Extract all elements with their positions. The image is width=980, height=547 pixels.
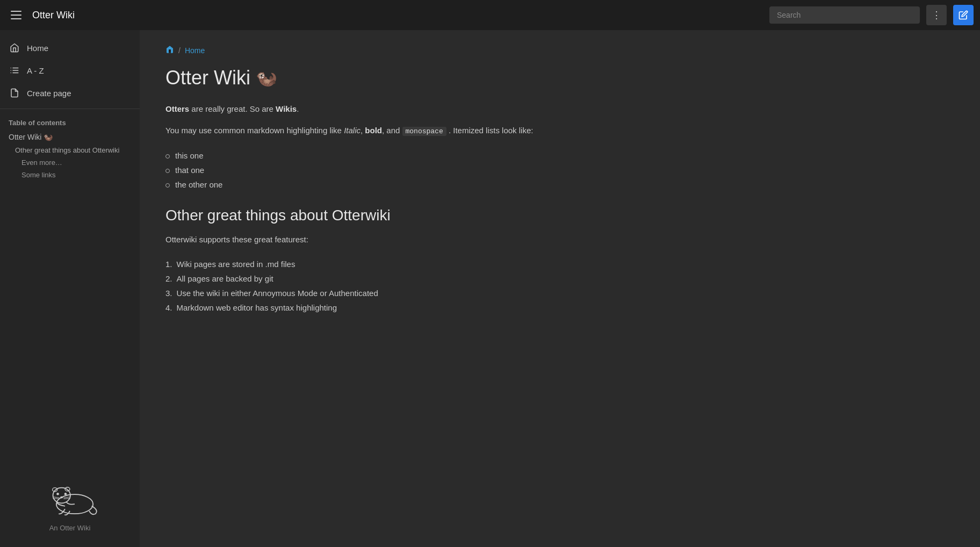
bold-example: bold	[365, 126, 382, 135]
otter-logo	[38, 471, 102, 520]
breadcrumb-home-icon[interactable]	[165, 45, 174, 56]
list-item: Markdown web editor has syntax highlight…	[165, 300, 954, 315]
toc-heading: Table of contents	[0, 113, 140, 130]
svg-line-13	[53, 497, 60, 498]
sidebar-create-label: Create page	[27, 89, 71, 98]
list-icon	[9, 64, 20, 76]
bold-otters: Otters	[165, 104, 189, 113]
toc-item-otter-wiki[interactable]: Otter Wiki 🦦	[0, 130, 140, 144]
list-item: the other one	[165, 177, 954, 192]
sidebar-home-label: Home	[27, 44, 48, 53]
bold-wikis: Wikis	[276, 104, 297, 113]
list-item: Use the wiki in either Annoymous Mode or…	[165, 286, 954, 300]
page-title: Otter Wiki 🦦	[165, 67, 954, 89]
bullet-circle-icon	[165, 183, 170, 188]
toc-item-other-great[interactable]: Other great things about Otterwiki	[0, 144, 140, 156]
sidebar-footer-label: An Otter Wiki	[49, 524, 91, 532]
page-layout: Home A - Z Create page Table of contents	[0, 30, 980, 547]
topnav: Otter Wiki ⋮	[0, 0, 980, 30]
svg-point-12	[60, 496, 63, 499]
breadcrumb: / Home	[165, 45, 954, 56]
bullet-circle-icon	[165, 154, 170, 159]
svg-point-11	[64, 493, 67, 495]
edit-button[interactable]	[953, 5, 974, 25]
breadcrumb-separator: /	[178, 46, 181, 55]
more-options-button[interactable]: ⋮	[926, 5, 947, 25]
sidebar: Home A - Z Create page Table of contents	[0, 30, 140, 547]
main-content: / Home Otter Wiki 🦦 Otters are really gr…	[140, 30, 980, 547]
search-input[interactable]	[769, 6, 920, 24]
sidebar-az-label: A - Z	[27, 66, 44, 75]
toc-item-some-links[interactable]: Some links	[0, 169, 140, 181]
app-title: Otter Wiki	[32, 10, 75, 21]
hamburger-button[interactable]	[6, 5, 26, 25]
sidebar-divider	[0, 109, 140, 109]
toc-item-even-more[interactable]: Even more…	[0, 156, 140, 169]
sidebar-footer: An Otter Wiki	[0, 458, 140, 541]
create-page-icon	[9, 87, 20, 99]
svg-line-15	[63, 497, 70, 498]
home-icon	[9, 42, 20, 54]
breadcrumb-home-link[interactable]: Home	[185, 46, 205, 55]
list-item: that one	[165, 163, 954, 177]
bullet-circle-icon	[165, 169, 170, 173]
sidebar-item-create[interactable]: Create page	[0, 82, 140, 104]
list-item: this one	[165, 148, 954, 163]
sidebar-item-home[interactable]: Home	[0, 37, 140, 59]
mono-example: monospace	[402, 127, 446, 136]
section2-heading: Other great things about Otterwiki	[165, 207, 954, 224]
svg-point-10	[56, 493, 59, 495]
section2-intro: Otterwiki supports these great featurest…	[165, 233, 954, 247]
italic-example: Italic	[344, 126, 361, 135]
sidebar-item-az[interactable]: A - Z	[0, 59, 140, 82]
intro-paragraph-1: Otters are really great. So are Wikis. Y…	[165, 102, 954, 138]
ordered-list: Wiki pages are stored in .md filesAll pa…	[165, 257, 954, 315]
edit-icon	[959, 10, 968, 20]
list-item: Wiki pages are stored in .md files	[165, 257, 954, 271]
bullet-list: this onethat onethe other one	[165, 148, 954, 192]
list-item: All pages are backed by git	[165, 271, 954, 286]
